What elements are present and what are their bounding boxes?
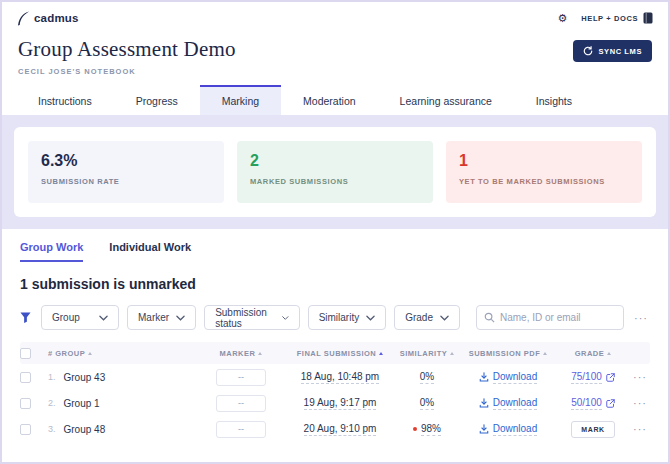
table-body: 1.Group 43 -- 18 Aug, 10:48 pm 0% Downlo…	[20, 364, 650, 442]
download-pdf-link[interactable]: Download	[479, 371, 537, 384]
column-header-submission-pdf[interactable]: SUBMISSION PDF	[458, 349, 558, 358]
tab-moderation[interactable]: Moderation	[281, 85, 378, 115]
row-more-options-icon[interactable]: ···	[631, 397, 649, 409]
chevron-down-icon	[99, 315, 108, 321]
search-input[interactable]	[476, 305, 624, 330]
help-docs-label: HELP + DOCS	[581, 14, 638, 23]
title-block: Group Assessment Demo CECIL JOSE'S NOTEB…	[18, 37, 236, 76]
external-link-icon	[606, 399, 615, 408]
stats-band: 6.3% SUBMISSION RATE 2 MARKED SUBMISSION…	[2, 115, 668, 229]
filter-funnel-icon[interactable]	[20, 312, 31, 323]
filter-grade-dropdown[interactable]: Grade	[394, 305, 460, 330]
column-header-similarity[interactable]: SIMILARITY	[396, 349, 458, 358]
page-title: Group Assessment Demo	[18, 37, 236, 62]
title-bar: Group Assessment Demo CECIL JOSE'S NOTEB…	[2, 34, 668, 85]
sort-asc-icon	[607, 352, 611, 355]
filter-more-options-icon[interactable]: ···	[632, 312, 650, 324]
column-header-group[interactable]: # GROUP	[48, 349, 198, 358]
filter-submission-status-label: Submission status	[215, 307, 275, 329]
tab-marking[interactable]: Marking	[200, 85, 281, 115]
filter-similarity-dropdown[interactable]: Similarity	[308, 305, 387, 330]
docs-book-icon	[643, 12, 653, 24]
download-icon	[479, 424, 489, 434]
chevron-down-icon	[366, 315, 375, 321]
final-submission-time: 20 Aug, 9:10 pm	[304, 423, 377, 436]
stat-marked-submissions: 2 MARKED SUBMISSIONS	[237, 141, 433, 203]
final-submission-time: 19 Aug, 9:17 pm	[304, 397, 377, 410]
external-link-icon	[606, 373, 615, 382]
sort-asc-icon-active	[379, 352, 383, 355]
final-submission-time: 18 Aug, 10:48 pm	[301, 371, 379, 384]
main-tab-bar: Instructions Progress Marking Moderation…	[2, 85, 668, 115]
tab-instructions[interactable]: Instructions	[16, 85, 114, 115]
stat-marked-submissions-label: MARKED SUBMISSIONS	[250, 177, 420, 186]
group-cell: 3.Group 48	[48, 424, 198, 435]
grade-link[interactable]: 75/100	[571, 371, 615, 384]
column-header-final-submission[interactable]: FINAL SUBMISSION	[284, 349, 396, 358]
filter-submission-status-dropdown[interactable]: Submission status	[204, 305, 300, 330]
search-icon	[484, 312, 495, 323]
download-pdf-link[interactable]: Download	[479, 397, 537, 410]
feather-icon	[17, 11, 30, 26]
cadmus-logo[interactable]: cadmus	[17, 11, 79, 26]
tab-individual-work[interactable]: Individual Work	[109, 241, 191, 262]
row-checkbox[interactable]	[20, 372, 31, 383]
stats-card: 6.3% SUBMISSION RATE 2 MARKED SUBMISSION…	[14, 127, 656, 217]
row-checkbox[interactable]	[20, 424, 31, 435]
chevron-down-icon	[282, 315, 289, 321]
group-cell: 2.Group 1	[48, 398, 198, 409]
sort-asc-icon	[543, 352, 547, 355]
stat-submission-rate: 6.3% SUBMISSION RATE	[28, 141, 224, 203]
column-header-marker[interactable]: MARKER	[198, 349, 284, 358]
stat-unmarked-submissions-label: YET TO BE MARKED SUBMISSIONS	[459, 177, 629, 186]
stat-unmarked-submissions: 1 YET TO BE MARKED SUBMISSIONS	[446, 141, 642, 203]
select-all-checkbox[interactable]	[20, 348, 31, 359]
marker-select[interactable]: --	[216, 395, 266, 412]
marker-select[interactable]: --	[216, 421, 266, 438]
grade-link[interactable]: 50/100	[571, 397, 615, 410]
sort-asc-icon	[450, 352, 454, 355]
row-more-options-icon[interactable]: ···	[631, 371, 649, 383]
similarity-value: 0%	[420, 371, 434, 384]
similarity-value: 0%	[420, 397, 434, 410]
table-row: 3.Group 48 -- 20 Aug, 9:10 pm 98% Downlo…	[20, 416, 650, 442]
filter-marker-dropdown[interactable]: Marker	[127, 305, 196, 330]
marker-select[interactable]: --	[216, 369, 266, 386]
column-header-grade[interactable]: GRADE	[558, 349, 628, 358]
help-docs-button[interactable]: HELP + DOCS	[581, 12, 653, 24]
stat-submission-rate-value: 6.3%	[41, 152, 211, 170]
sync-lms-button[interactable]: SYNC LMS	[573, 40, 652, 62]
tab-learning-assurance[interactable]: Learning assurance	[378, 85, 514, 115]
logo-text: cadmus	[34, 12, 79, 24]
sync-icon	[583, 46, 593, 56]
mark-button[interactable]: MARK	[571, 421, 614, 438]
submissions-table: # GROUP MARKER FINAL SUBMISSION SIMILARI…	[20, 342, 650, 442]
filter-row: Group Marker Submission status Similarit…	[20, 305, 650, 330]
filter-similarity-label: Similarity	[319, 312, 360, 323]
gear-icon[interactable]: ⚙	[557, 13, 567, 24]
tab-group-work[interactable]: Group Work	[20, 241, 83, 262]
group-name: Group 1	[64, 398, 100, 409]
search-box	[476, 305, 624, 330]
sync-lms-label: SYNC LMS	[598, 47, 642, 56]
group-name: Group 43	[64, 372, 106, 383]
download-icon	[479, 398, 489, 408]
summary-heading: 1 submission is unmarked	[20, 276, 650, 292]
select-all-cell	[20, 348, 48, 359]
filter-group-dropdown[interactable]: Group	[41, 305, 119, 330]
group-name: Group 48	[64, 424, 106, 435]
filter-grade-label: Grade	[405, 312, 433, 323]
tab-insights[interactable]: Insights	[514, 85, 594, 115]
group-cell: 1.Group 43	[48, 372, 198, 383]
row-checkbox[interactable]	[20, 398, 31, 409]
filter-group-label: Group	[52, 312, 80, 323]
work-tab-bar: Group Work Individual Work	[20, 241, 650, 262]
sort-asc-icon	[258, 352, 262, 355]
table-header-row: # GROUP MARKER FINAL SUBMISSION SIMILARI…	[20, 342, 650, 364]
header-actions: ⚙ HELP + DOCS	[557, 12, 653, 24]
tab-progress[interactable]: Progress	[114, 85, 200, 115]
row-more-options-icon[interactable]: ···	[631, 423, 649, 435]
download-pdf-link[interactable]: Download	[479, 423, 537, 436]
stat-marked-submissions-value: 2	[250, 152, 420, 170]
content-area: Group Work Individual Work 1 submission …	[2, 229, 668, 462]
